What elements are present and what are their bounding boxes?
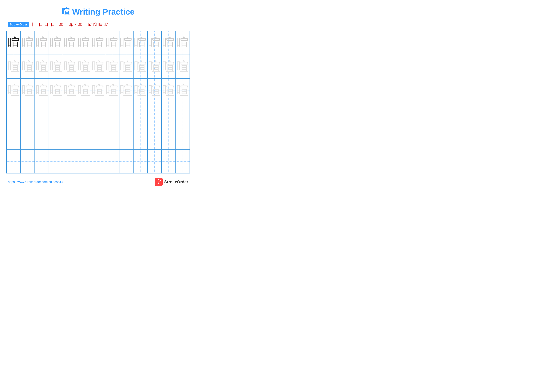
cell-1-1[interactable]: 喧 [7, 31, 21, 55]
cell-4-12[interactable] [162, 102, 176, 126]
grid-row-6 [7, 150, 190, 173]
cell-5-7[interactable] [91, 126, 105, 150]
page-title: 喧 Writing Practice [6, 6, 190, 17]
char-guide: 喧 [7, 84, 20, 97]
cell-5-4[interactable] [49, 126, 63, 150]
cell-3-10[interactable]: 喧 [133, 78, 148, 102]
cell-1-7[interactable]: 喧 [91, 31, 105, 55]
cell-2-2[interactable]: 喧 [21, 55, 35, 78]
cell-5-11[interactable] [148, 126, 162, 150]
cell-1-10[interactable]: 喧 [133, 31, 148, 55]
cell-1-5[interactable]: 喧 [63, 31, 77, 55]
cell-3-6[interactable]: 喧 [77, 78, 91, 102]
cell-3-1[interactable]: 喧 [7, 78, 21, 102]
cell-1-8[interactable]: 喧 [105, 31, 119, 55]
cell-2-6[interactable]: 喧 [77, 55, 91, 78]
cell-4-10[interactable] [133, 102, 148, 126]
cell-2-13[interactable]: 喧 [176, 55, 190, 78]
stroke-sequence: 丨 𠃌 口 口` 口`˙ 咠→ 咠→ 咠→ 喧 喧 喧 喧 [31, 22, 108, 27]
grid-row-1: 喧 喧 喧 喧 喧 喧 喧 喧 喧 喧 喧 喧 [7, 31, 190, 55]
cell-5-5[interactable] [63, 126, 77, 150]
cell-1-3[interactable]: 喧 [35, 31, 49, 55]
cell-2-11[interactable]: 喧 [148, 55, 162, 78]
cell-3-3[interactable]: 喧 [35, 78, 49, 102]
cell-4-1[interactable] [7, 102, 21, 126]
char-guide: 喧 [78, 36, 90, 49]
cell-3-2[interactable]: 喧 [21, 78, 35, 102]
cell-1-9[interactable]: 喧 [119, 31, 133, 55]
stroke-7: 咠→ [69, 22, 77, 27]
cell-2-9[interactable]: 喧 [119, 55, 133, 78]
cell-5-1[interactable] [7, 126, 21, 150]
char-guide: 喧 [106, 60, 118, 73]
cell-3-4[interactable]: 喧 [49, 78, 63, 102]
cell-6-9[interactable] [119, 150, 133, 173]
cell-6-8[interactable] [105, 150, 119, 173]
char-guide: 喧 [92, 60, 104, 73]
cell-3-9[interactable]: 喧 [119, 78, 133, 102]
stroke-2: 𠃌 [36, 22, 38, 27]
char-guide: 喧 [21, 60, 34, 73]
char-dark: 喧 [7, 36, 20, 49]
cell-5-3[interactable] [35, 126, 49, 150]
cell-5-9[interactable] [119, 126, 133, 150]
cell-6-13[interactable] [176, 150, 190, 173]
cell-5-6[interactable] [77, 126, 91, 150]
stroke-3: 口 [39, 22, 43, 27]
footer-url[interactable]: https://www.strokeorder.com/chinese/喧 [8, 180, 63, 184]
cell-1-2[interactable]: 喧 [21, 31, 35, 55]
cell-6-3[interactable] [35, 150, 49, 173]
cell-4-6[interactable] [77, 102, 91, 126]
char-guide: 喧 [92, 84, 104, 97]
cell-2-1[interactable]: 喧 [7, 55, 21, 78]
stroke-11: 喧 [98, 22, 102, 27]
cell-2-5[interactable]: 喧 [63, 55, 77, 78]
cell-1-11[interactable]: 喧 [148, 31, 162, 55]
cell-5-13[interactable] [176, 126, 190, 150]
cell-5-10[interactable] [133, 126, 148, 150]
cell-1-6[interactable]: 喧 [77, 31, 91, 55]
cell-4-5[interactable] [63, 102, 77, 126]
cell-6-2[interactable] [21, 150, 35, 173]
cell-1-13[interactable]: 喧 [176, 31, 190, 55]
cell-4-4[interactable] [49, 102, 63, 126]
cell-2-3[interactable]: 喧 [35, 55, 49, 78]
stroke-1: 丨 [31, 22, 35, 27]
cell-3-5[interactable]: 喧 [63, 78, 77, 102]
cell-3-11[interactable]: 喧 [148, 78, 162, 102]
char-guide: 喧 [134, 36, 147, 49]
cell-3-8[interactable]: 喧 [105, 78, 119, 102]
cell-6-10[interactable] [133, 150, 148, 173]
stroke-8: 咠→ [78, 22, 86, 27]
cell-1-12[interactable]: 喧 [162, 31, 176, 55]
cell-6-12[interactable] [162, 150, 176, 173]
cell-2-4[interactable]: 喧 [49, 55, 63, 78]
cell-2-10[interactable]: 喧 [133, 55, 148, 78]
cell-3-12[interactable]: 喧 [162, 78, 176, 102]
cell-4-2[interactable] [21, 102, 35, 126]
cell-6-4[interactable] [49, 150, 63, 173]
cell-4-11[interactable] [148, 102, 162, 126]
cell-6-5[interactable] [63, 150, 77, 173]
cell-4-8[interactable] [105, 102, 119, 126]
cell-4-7[interactable] [91, 102, 105, 126]
cell-2-12[interactable]: 喧 [162, 55, 176, 78]
cell-2-8[interactable]: 喧 [105, 55, 119, 78]
char-guide: 喧 [176, 60, 189, 73]
cell-3-7[interactable]: 喧 [91, 78, 105, 102]
char-guide: 喧 [120, 60, 132, 73]
cell-5-2[interactable] [21, 126, 35, 150]
cell-1-4[interactable]: 喧 [49, 31, 63, 55]
cell-4-3[interactable] [35, 102, 49, 126]
cell-5-12[interactable] [162, 126, 176, 150]
cell-2-7[interactable]: 喧 [91, 55, 105, 78]
cell-4-9[interactable] [119, 102, 133, 126]
cell-6-1[interactable] [7, 150, 21, 173]
grid-row-2: 喧 喧 喧 喧 喧 喧 喧 喧 喧 喧 喧 喧 [7, 55, 190, 78]
cell-6-11[interactable] [148, 150, 162, 173]
cell-6-7[interactable] [91, 150, 105, 173]
cell-4-13[interactable] [176, 102, 190, 126]
cell-6-6[interactable] [77, 150, 91, 173]
cell-3-13[interactable]: 喧 [176, 78, 190, 102]
cell-5-8[interactable] [105, 126, 119, 150]
